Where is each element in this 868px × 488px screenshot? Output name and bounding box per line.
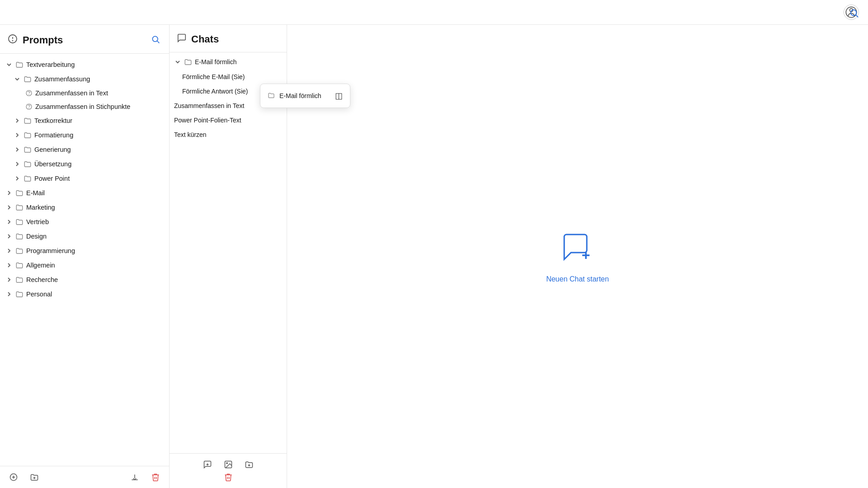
tree-label: Generierung — [34, 146, 71, 153]
new-folder-button[interactable] — [243, 458, 255, 471]
delete-button[interactable] — [149, 471, 162, 483]
tree-item-vertrieb[interactable]: Vertrieb — [0, 215, 169, 229]
tree-item-programmierung[interactable]: Programmierung — [0, 244, 169, 258]
svg-point-4 — [13, 40, 13, 41]
folder-icon — [268, 92, 275, 100]
svg-point-10 — [29, 108, 29, 108]
top-bar — [0, 0, 868, 25]
tree-item-textverarbeitung[interactable]: Textverarbeitung — [0, 57, 169, 72]
tree-item-textkorrektur[interactable]: Textkorrektur — [0, 113, 169, 128]
chats-header: Chats — [170, 25, 287, 52]
chat-item-formliche-email[interactable]: Förmliche E-Mail (Sie) — [170, 70, 287, 84]
prompts-footer-left — [7, 471, 41, 483]
tree-label: E-Mail — [26, 189, 45, 197]
cursor-indicator: ◫ — [335, 91, 343, 101]
chat-label: Power Point-Folien-Text — [174, 117, 241, 124]
chevron-right-icon — [5, 218, 13, 225]
svg-point-5 — [152, 36, 158, 42]
folder-icon — [15, 247, 24, 255]
prompts-footer — [0, 466, 169, 488]
tree-label: Vertrieb — [26, 218, 49, 225]
chats-panel: Chats E-Mail förmlich Förmliche E-Mail (… — [170, 25, 287, 488]
prompts-footer-right — [128, 471, 162, 483]
new-chat-icon — [560, 230, 596, 268]
tree-label: Zusammenfassung — [34, 75, 90, 83]
chat-label: Zusammenfassen in Text — [174, 102, 244, 109]
main-layout: Prompts Textverarbeitung — [0, 25, 868, 488]
tree-item-allgemein[interactable]: Allgemein — [0, 258, 169, 272]
add-folder-button[interactable] — [28, 471, 41, 483]
chat-item-powerpoint[interactable]: Power Point-Folien-Text — [170, 113, 287, 127]
chevron-right-icon — [5, 262, 13, 269]
tree-item-marketing[interactable]: Marketing — [0, 200, 169, 215]
dropdown-item-label: E-Mail förmlich — [279, 92, 321, 99]
chevron-right-icon — [14, 160, 21, 168]
tree-label: Formatierung — [34, 131, 73, 139]
chat-item-text-kuerzen[interactable]: Text kürzen — [170, 127, 287, 142]
chats-title: Chats — [177, 33, 219, 46]
chevron-down-icon — [174, 58, 181, 66]
prompt-icon — [25, 89, 33, 97]
add-prompt-button[interactable] — [7, 471, 20, 483]
import-button[interactable] — [128, 471, 141, 483]
prompts-search-button[interactable] — [149, 33, 162, 47]
prompts-header: Prompts — [0, 25, 169, 54]
chevron-right-icon — [5, 189, 13, 197]
chat-item-email-formlich[interactable]: E-Mail förmlich — [170, 54, 287, 70]
tree-item-powerpoint[interactable]: Power Point — [0, 171, 169, 186]
folder-icon — [24, 131, 32, 139]
chat-label: Förmliche E-Mail (Sie) — [182, 73, 245, 80]
chat-label: Text kürzen — [174, 131, 207, 138]
chats-tree: E-Mail förmlich Förmliche E-Mail (Sie) F… — [170, 52, 287, 453]
svg-line-6 — [157, 41, 160, 43]
chevron-right-icon — [5, 233, 13, 240]
svg-point-8 — [29, 94, 29, 95]
chevron-right-icon — [14, 117, 21, 124]
folder-icon — [24, 174, 32, 183]
new-chat-container: Neuen Chat starten — [546, 230, 609, 283]
tree-label: Recherche — [26, 276, 58, 283]
tree-label: Design — [26, 233, 47, 240]
tree-label: Zusammenfassen in Text — [35, 89, 108, 97]
chevron-right-icon — [14, 146, 21, 153]
tree-label: Zusammenfassen in Stichpunkte — [35, 103, 130, 110]
chevron-down-icon — [5, 61, 13, 68]
folder-icon — [15, 290, 24, 298]
chat-label: E-Mail förmlich — [195, 58, 237, 66]
svg-point-25 — [851, 10, 857, 16]
tree-label: Programmierung — [26, 247, 75, 254]
tree-label: Übersetzung — [34, 160, 71, 168]
svg-point-19 — [226, 463, 227, 464]
new-image-button[interactable] — [222, 458, 235, 471]
folder-icon — [15, 261, 24, 269]
dropdown-item-email-formlich[interactable]: E-Mail förmlich ◫ — [260, 87, 350, 105]
folder-icon — [15, 61, 24, 69]
chats-delete-button[interactable] — [222, 471, 235, 483]
tree-item-zusammenfassung[interactable]: Zusammenfassung — [0, 72, 169, 86]
chats-footer-left — [201, 458, 255, 471]
tree-item-personal[interactable]: Personal — [0, 287, 169, 301]
tree-label: Personal — [26, 291, 52, 298]
tree-item-email[interactable]: E-Mail — [0, 186, 169, 200]
chats-footer — [170, 453, 287, 488]
chat-label: Förmliche Antwort (Sie) — [182, 88, 248, 95]
tree-item-recherche[interactable]: Recherche — [0, 272, 169, 287]
tree-item-uebersetzung[interactable]: Übersetzung — [0, 157, 169, 171]
tree-item-zusammenfassen-text[interactable]: Zusammenfassen in Text — [0, 86, 169, 100]
tree-label: Textverarbeitung — [26, 61, 75, 68]
new-chat-button[interactable] — [201, 458, 214, 471]
chats-label: Chats — [191, 33, 219, 45]
new-chat-label[interactable]: Neuen Chat starten — [546, 275, 609, 283]
main-search-button[interactable] — [849, 8, 859, 20]
tree-item-zusammenfassen-stichpunkte[interactable]: Zusammenfassen in Stichpunkte — [0, 100, 169, 113]
tree-item-generierung[interactable]: Generierung — [0, 142, 169, 157]
folder-icon — [184, 58, 192, 66]
chevron-down-icon — [14, 75, 21, 83]
tree-label: Power Point — [34, 175, 70, 182]
tree-label: Marketing — [26, 204, 55, 211]
folder-dropdown: E-Mail förmlich ◫ — [260, 84, 350, 108]
prompts-title: Prompts — [7, 33, 63, 47]
tree-item-design[interactable]: Design — [0, 229, 169, 244]
tree-item-formatierung[interactable]: Formatierung — [0, 128, 169, 142]
chevron-right-icon — [5, 276, 13, 283]
